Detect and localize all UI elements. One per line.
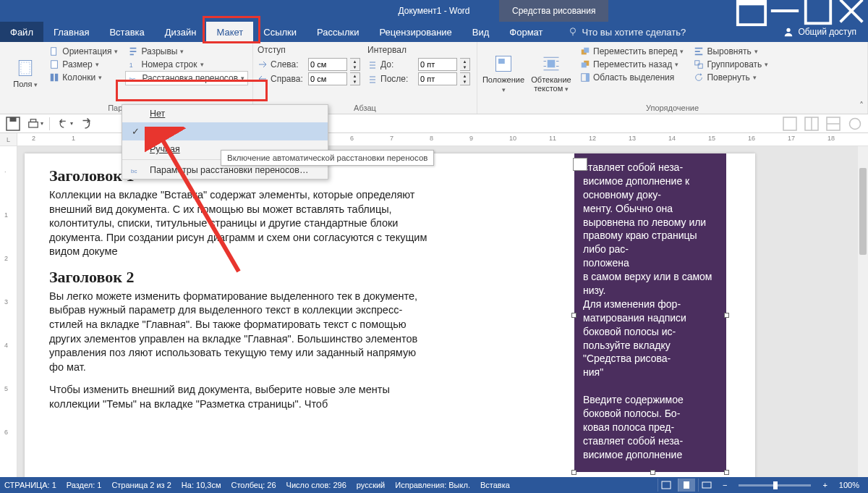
view-web-layout[interactable] xyxy=(698,479,715,492)
hyphenation-auto[interactable]: ✓Авто xyxy=(122,122,328,140)
sidebar-text[interactable]: ставляет собой неза- висимое дополнение … xyxy=(583,161,718,462)
resize-handle[interactable] xyxy=(571,313,576,318)
scrollbar-thumb[interactable] xyxy=(859,168,867,255)
paragraph-1[interactable]: Коллекции на вкладке "Вставка" содержат … xyxy=(49,188,433,259)
orientation-button[interactable]: Ориентация xyxy=(46,45,121,58)
status-insert-mode[interactable]: Вставка xyxy=(480,481,510,489)
svg-rect-18 xyxy=(498,59,505,64)
hyphenation-button[interactable]: bcРасстановка переносов xyxy=(125,71,248,85)
resize-handle[interactable] xyxy=(650,470,655,475)
minimize-button[interactable] xyxy=(768,0,801,22)
indent-header: Отступ xyxy=(258,45,360,55)
tab-design[interactable]: Дизайн xyxy=(155,22,207,42)
tab-references[interactable]: Ссылки xyxy=(253,22,307,42)
tab-file[interactable]: Файл xyxy=(0,22,43,42)
tab-review[interactable]: Рецензирование xyxy=(369,22,461,42)
tab-insert[interactable]: Вставка xyxy=(99,22,154,42)
zoom-in-button[interactable]: + xyxy=(818,481,831,489)
spacing-after-icon xyxy=(367,74,378,84)
hyphenation-none[interactable]: Нет xyxy=(122,105,328,122)
zoom-out-button[interactable]: − xyxy=(718,481,731,489)
paragraph-2[interactable]: Вы легко можете изменить форматирование … xyxy=(49,290,433,374)
status-page-of[interactable]: Страница 2 из 2 xyxy=(111,481,171,489)
svg-text:bc: bc xyxy=(131,168,137,174)
spacing-before-icon xyxy=(367,59,378,69)
document-page[interactable]: Заголовок 1 Коллекции на вкладке "Вставк… xyxy=(25,153,755,486)
maximize-button[interactable] xyxy=(801,0,835,22)
undo-icon xyxy=(56,117,70,131)
indent-left-stepper[interactable]: ▲▼ xyxy=(350,58,360,71)
bring-forward-button[interactable]: Переместить вперед xyxy=(577,45,686,58)
tab-mailings[interactable]: Рассылки xyxy=(307,22,369,42)
table-tool-1[interactable] xyxy=(781,116,799,132)
zoom-slider-thumb[interactable] xyxy=(773,481,778,489)
spacing-after-stepper[interactable]: ▲▼ xyxy=(460,72,470,85)
svg-rect-12 xyxy=(51,61,58,69)
send-backward-button[interactable]: Переместить назад xyxy=(577,58,686,71)
tab-format[interactable]: Формат xyxy=(499,22,553,42)
spacing-after-input[interactable] xyxy=(418,72,457,85)
size-button[interactable]: Размер xyxy=(46,58,121,71)
status-track-changes[interactable]: Исправления: Выкл. xyxy=(395,481,470,489)
position-button[interactable]: Положение xyxy=(482,45,525,102)
status-section[interactable]: Раздел: 1 xyxy=(67,481,102,489)
collapse-ribbon-icon[interactable]: ˄ xyxy=(859,101,864,111)
svg-rect-3 xyxy=(806,0,831,23)
close-button[interactable] xyxy=(835,0,868,22)
resize-handle[interactable] xyxy=(724,470,729,475)
vertical-ruler[interactable]: ·123456 xyxy=(0,146,17,477)
tab-layout[interactable]: Макет xyxy=(206,22,253,42)
indent-right-stepper[interactable]: ▲▼ xyxy=(350,72,360,85)
save-button[interactable] xyxy=(4,116,22,132)
columns-button[interactable]: Колонки xyxy=(46,71,121,84)
spacing-before-stepper[interactable]: ▲▼ xyxy=(460,58,470,71)
status-word-count[interactable]: Число слов: 296 xyxy=(286,481,346,489)
rotate-button[interactable]: Повернуть xyxy=(691,71,771,84)
selection-pane-button[interactable]: Область выделения xyxy=(577,71,686,84)
status-column[interactable]: Столбец: 26 xyxy=(231,481,276,489)
layout-options-icon[interactable]: ⎚ xyxy=(573,158,587,171)
indent-right-input[interactable] xyxy=(308,72,347,85)
wrap-text-button[interactable]: Обтекание текстом xyxy=(525,45,577,102)
svg-rect-26 xyxy=(695,61,699,65)
margins-button[interactable]: Поля xyxy=(4,45,46,102)
heading-2[interactable]: Заголовок 2 xyxy=(49,268,433,287)
table-tool-3[interactable] xyxy=(825,116,842,132)
view-read-mode[interactable] xyxy=(658,479,675,492)
hyphenation-options-icon: bc xyxy=(128,165,142,175)
svg-text:bc: bc xyxy=(129,76,135,83)
tab-home[interactable]: Главная xyxy=(43,22,99,42)
status-bar: СТРАНИЦА: 1 Раздел: 1 Страница 2 из 2 На… xyxy=(0,477,868,493)
redo-button[interactable] xyxy=(77,116,95,132)
text-box-sidebar[interactable]: ⎚ ставляет собой неза- висимое дополнени… xyxy=(574,153,726,472)
status-page[interactable]: СТРАНИЦА: 1 xyxy=(4,481,56,489)
undo-button[interactable]: ▾ xyxy=(56,116,73,132)
print-preview-button[interactable]: ▾ xyxy=(26,116,43,132)
line-numbers-button[interactable]: 1Номера строк xyxy=(125,58,248,71)
ruler-corner[interactable]: L xyxy=(0,133,17,146)
spacing-before-input[interactable] xyxy=(418,58,457,71)
group-arrange: Положение Обтекание текстом Переместить … xyxy=(477,42,868,114)
breaks-button[interactable]: Разрывы xyxy=(125,45,248,58)
resize-handle[interactable] xyxy=(571,470,576,475)
resize-handle[interactable] xyxy=(724,313,729,318)
indent-left-input[interactable] xyxy=(308,58,347,71)
tell-me-search[interactable]: Что вы хотите сделать? xyxy=(558,22,697,42)
ribbon-display-options-icon[interactable] xyxy=(735,0,768,22)
svg-point-37 xyxy=(850,118,861,129)
tab-view[interactable]: Вид xyxy=(462,22,500,42)
group-objects-button[interactable]: Группировать xyxy=(691,58,771,71)
zoom-slider[interactable] xyxy=(739,484,811,486)
svg-rect-14 xyxy=(55,74,58,82)
svg-rect-32 xyxy=(783,117,796,130)
table-tool-2[interactable] xyxy=(803,116,820,132)
vertical-scrollbar[interactable] xyxy=(858,146,868,477)
status-language[interactable]: русский xyxy=(357,481,385,489)
zoom-level[interactable]: 100% xyxy=(835,481,864,489)
align-button[interactable]: Выровнять xyxy=(691,45,771,58)
status-position[interactable]: На: 10,3см xyxy=(182,481,221,489)
view-print-layout[interactable] xyxy=(678,479,695,492)
paragraph-3[interactable]: Чтобы изменить внешний вид документа, вы… xyxy=(49,383,433,411)
table-tool-4[interactable] xyxy=(846,116,864,132)
svg-rect-39 xyxy=(684,481,689,489)
